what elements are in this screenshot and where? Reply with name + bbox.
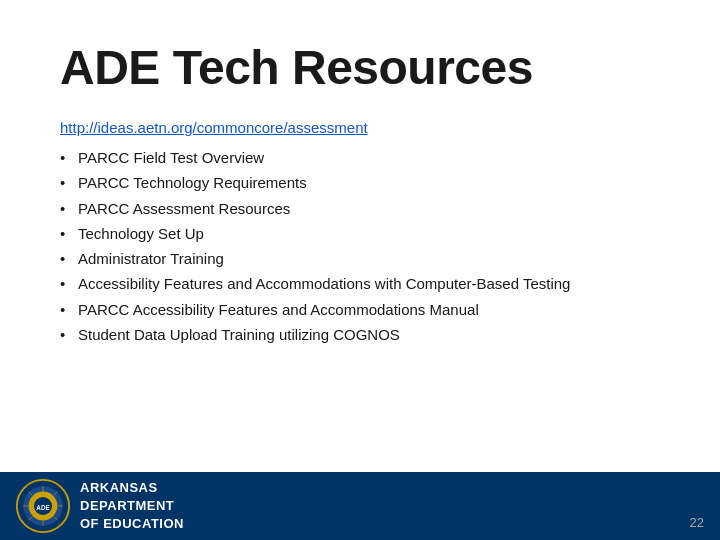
bullet-item-7: Student Data Upload Training utilizing C… — [60, 323, 660, 346]
footer-bar: ADE Arkansas Department of Education — [0, 472, 720, 540]
page-number: 22 — [690, 515, 704, 530]
bullet-item-3: Technology Set Up — [60, 222, 660, 245]
footer-line1: Arkansas — [80, 479, 184, 497]
slide: ADE Tech Resources http://ideas.aetn.org… — [0, 0, 720, 540]
bullet-item-5: Accessibility Features and Accommodation… — [60, 272, 660, 295]
footer-org-text: Arkansas Department of Education — [80, 479, 184, 534]
bullet-item-4: Administrator Training — [60, 247, 660, 270]
slide-title: ADE Tech Resources — [60, 40, 660, 95]
bullet-item-6: PARCC Accessibility Features and Accommo… — [60, 298, 660, 321]
bullet-item-0: PARCC Field Test Overview — [60, 146, 660, 169]
svg-text:ADE: ADE — [36, 504, 49, 511]
bullet-list: PARCC Field Test OverviewPARCC Technolog… — [60, 146, 660, 346]
resource-link[interactable]: http://ideas.aetn.org/commoncore/assessm… — [60, 119, 660, 136]
ade-logo: ADE — [16, 479, 70, 533]
footer-line3: of Education — [80, 515, 184, 533]
bullet-item-1: PARCC Technology Requirements — [60, 171, 660, 194]
bullet-item-2: PARCC Assessment Resources — [60, 197, 660, 220]
footer-line2: Department — [80, 497, 184, 515]
